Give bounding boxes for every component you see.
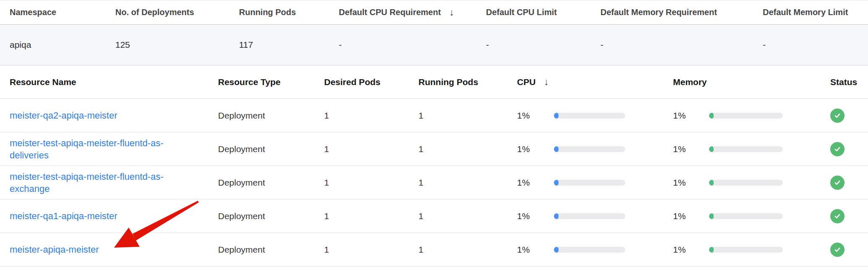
- memory-percent: 1%: [673, 178, 709, 188]
- resource-link[interactable]: meister-apiqa-meister: [10, 243, 99, 256]
- resource-type: Deployment: [218, 245, 324, 255]
- cpu-percent: 1%: [517, 178, 554, 188]
- cpu-percent: 1%: [517, 245, 554, 255]
- default-memory-limit-value: -: [763, 40, 868, 50]
- col-header-default-memory-requirement[interactable]: Default Memory Requirement: [600, 8, 763, 17]
- cpu-percent: 1%: [517, 211, 554, 221]
- memory-percent: 1%: [673, 211, 709, 221]
- cpu-usage-bar: [554, 180, 625, 186]
- memory-usage-bar: [709, 247, 783, 253]
- resource-row: meister-qa1-apiqa-meister Deployment 1 1…: [0, 199, 868, 233]
- running-pods-value: 1: [418, 211, 517, 221]
- status-ok-icon: [830, 109, 845, 123]
- memory-percent: 1%: [673, 144, 709, 154]
- namespace-name: apiqa: [10, 40, 115, 50]
- col-header-label: Default CPU Requirement: [339, 8, 441, 17]
- running-pods-value: 1: [418, 144, 517, 154]
- default-cpu-limit-value: -: [486, 40, 600, 50]
- running-pods-value: 1: [418, 245, 517, 255]
- col-header-running-pods[interactable]: Running Pods: [418, 77, 517, 87]
- namespace-row[interactable]: apiqa 125 117 - - - -: [0, 25, 868, 65]
- memory-usage-bar: [709, 146, 783, 152]
- namespace-table-header: Namespace No. of Deployments Running Pod…: [0, 0, 868, 25]
- desired-pods-value: 1: [324, 211, 418, 221]
- cpu-usage-bar: [554, 146, 625, 152]
- status-ok-icon: [830, 243, 845, 257]
- resource-link[interactable]: meister-test-apiqa-meister-fluentd-as-de…: [10, 137, 177, 161]
- status-ok-icon: [830, 209, 845, 223]
- col-header-namespace[interactable]: Namespace: [10, 8, 115, 17]
- col-header-default-cpu-limit[interactable]: Default CPU Limit: [486, 8, 600, 17]
- memory-usage-bar: [709, 213, 783, 219]
- col-header-status[interactable]: Status: [830, 77, 868, 87]
- sort-descending-icon[interactable]: ↓: [544, 77, 549, 87]
- cpu-usage-bar: [554, 247, 625, 253]
- resource-link[interactable]: meister-qa2-apiqa-meister: [10, 109, 117, 122]
- namespace-table: Namespace No. of Deployments Running Pod…: [0, 0, 868, 65]
- memory-usage-bar: [709, 113, 783, 119]
- status-ok-icon: [830, 176, 845, 190]
- col-header-label: CPU: [517, 77, 535, 87]
- desired-pods-value: 1: [324, 144, 418, 154]
- col-header-running-pods[interactable]: Running Pods: [239, 8, 339, 17]
- resource-type: Deployment: [218, 178, 324, 188]
- col-header-default-memory-limit[interactable]: Default Memory Limit: [763, 8, 868, 17]
- desired-pods-value: 1: [324, 111, 418, 121]
- sort-descending-icon[interactable]: ↓: [449, 8, 454, 17]
- resource-row: meister-test-apiqa-meister-fluentd-as-de…: [0, 132, 868, 166]
- resource-type: Deployment: [218, 144, 324, 154]
- col-header-cpu[interactable]: CPU ↓: [517, 77, 673, 87]
- col-header-resource-name[interactable]: Resource Name: [10, 77, 218, 87]
- col-header-no-of-deployments[interactable]: No. of Deployments: [115, 8, 239, 17]
- cpu-usage-bar: [554, 113, 625, 119]
- resource-type: Deployment: [218, 211, 324, 221]
- resource-type: Deployment: [218, 111, 324, 121]
- running-pods-count: 117: [239, 40, 339, 50]
- col-header-memory[interactable]: Memory: [673, 77, 830, 87]
- resource-row: meister-test-apiqa-meister-fluentd-as-ex…: [0, 166, 868, 199]
- resource-row: meister-qa2-apiqa-meister Deployment 1 1…: [0, 99, 868, 132]
- memory-percent: 1%: [673, 245, 709, 255]
- resource-link[interactable]: meister-qa1-apiqa-meister: [10, 210, 117, 222]
- default-memory-requirement-value: -: [600, 40, 763, 50]
- memory-usage-bar: [709, 180, 783, 186]
- col-header-default-cpu-requirement[interactable]: Default CPU Requirement ↓: [339, 8, 486, 17]
- resource-row: meister-apiqa-meister Deployment 1 1 1% …: [0, 233, 868, 266]
- cpu-usage-bar: [554, 213, 625, 219]
- default-cpu-requirement-value: -: [339, 40, 486, 50]
- col-header-desired-pods[interactable]: Desired Pods: [324, 77, 418, 87]
- resource-link[interactable]: meister-test-apiqa-meister-fluentd-as-ex…: [10, 171, 177, 195]
- desired-pods-value: 1: [324, 245, 418, 255]
- running-pods-value: 1: [418, 178, 517, 188]
- col-header-resource-type[interactable]: Resource Type: [218, 77, 324, 87]
- deployments-page: Namespace No. of Deployments Running Pod…: [0, 0, 868, 269]
- status-ok-icon: [830, 142, 845, 156]
- running-pods-value: 1: [418, 111, 517, 121]
- memory-percent: 1%: [673, 111, 709, 121]
- resource-table: Resource Name Resource Type Desired Pods…: [0, 65, 868, 266]
- cpu-percent: 1%: [517, 111, 554, 121]
- desired-pods-value: 1: [324, 178, 418, 188]
- resource-table-header: Resource Name Resource Type Desired Pods…: [0, 65, 868, 99]
- deployments-count: 125: [115, 40, 239, 50]
- cpu-percent: 1%: [517, 144, 554, 154]
